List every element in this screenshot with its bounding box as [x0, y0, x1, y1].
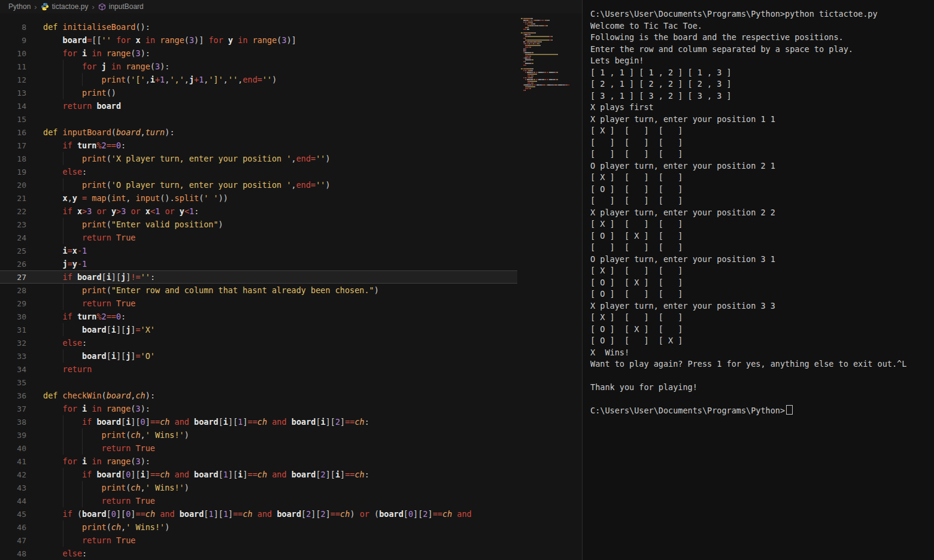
minimap-line [521, 32, 580, 34]
line-number: 41 [0, 455, 43, 468]
code-text: print('X player turn, enter your positio… [43, 154, 330, 163]
code-line[interactable]: 13print() [0, 86, 517, 99]
code-line[interactable]: 23print("Enter valid position") [0, 218, 517, 231]
breadcrumb-item-folder[interactable]: Python [8, 2, 31, 11]
minimap-line [521, 18, 580, 19]
line-number: 16 [0, 126, 43, 139]
minimap[interactable] [517, 13, 582, 560]
code-line[interactable]: 31board[i][j]='X' [0, 323, 517, 336]
code-line[interactable]: 38if board[i][0]==ch and board[i][1]==ch… [0, 415, 517, 428]
code-text: for i in range(3): [43, 48, 150, 58]
line-number: 46 [0, 521, 43, 534]
minimap-line [521, 59, 580, 60]
line-number: 23 [0, 218, 43, 231]
line-number: 13 [0, 87, 43, 99]
code-line[interactable]: 44return True [0, 494, 517, 507]
code-line[interactable]: 30if turn%2==0: [0, 310, 517, 323]
code-line[interactable]: 43print(ch,' Wins!') [0, 481, 517, 494]
code-line[interactable]: 34return [0, 363, 517, 376]
code-line[interactable]: 19else: [0, 165, 517, 178]
minimap-line [521, 36, 580, 37]
code-text: print("Enter row and column that hasnt a… [43, 285, 379, 295]
line-number: 45 [0, 508, 43, 521]
code-line[interactable]: 22if x>3 or y>3 or x<1 or y<1: [0, 205, 517, 218]
python-file-icon [41, 2, 49, 11]
code-line[interactable]: 42if board[0][i]==ch and board[1][i]==ch… [0, 468, 517, 481]
minimap-line [521, 72, 580, 73]
terminal-line: C:\Users\User\Documents\Programs\Python>… [590, 8, 934, 20]
code-line[interactable]: 39print(ch,' Wins!') [0, 428, 517, 442]
code-line[interactable]: 8def initialiseBoard(): [0, 20, 517, 34]
terminal-line: [ O ] [ ] [ ] [590, 288, 934, 300]
code-line[interactable]: 10for i in range(3): [0, 47, 517, 60]
code-text: return True [43, 535, 135, 545]
code-line[interactable]: 12print('[',i+1,',',j+1,']','',end='') [0, 73, 517, 86]
code-line[interactable]: 21x,y = map(int, input().split(' ')) [0, 191, 517, 205]
terminal-line: X player turn, enter your position 2 2 [590, 207, 934, 219]
minimap-line [521, 22, 580, 23]
code-line[interactable]: 36def checkWin(board,ch): [0, 389, 517, 402]
code-line[interactable]: 16def inputBoard(board,turn): [0, 126, 517, 139]
code-text: if turn%2==0: [43, 312, 126, 321]
code-text: print('[',i+1,',',j+1,']','',end='') [43, 75, 277, 84]
code-line[interactable]: 27if board[i][j]!='': [0, 270, 517, 284]
code-line[interactable]: 35 [0, 376, 517, 389]
code-line[interactable]: 18print('X player turn, enter your posit… [0, 152, 517, 165]
code-line[interactable]: 29return True [0, 297, 517, 310]
minimap-line [521, 27, 580, 28]
code-line[interactable]: 46print(ch,' Wins!') [0, 521, 517, 534]
code-line[interactable]: 45if (board[0][0]==ch and board[1][1]==c… [0, 507, 517, 521]
code-line[interactable]: 47return True [0, 534, 517, 547]
minimap-line [521, 38, 580, 39]
code-line[interactable]: 17if turn%2==0: [0, 139, 517, 152]
code-line[interactable]: 32else: [0, 336, 517, 349]
code-line[interactable]: 41for i in range(3): [0, 455, 517, 468]
code-line[interactable]: 40return True [0, 442, 517, 455]
line-number: 9 [0, 34, 43, 47]
code-line[interactable]: 20print('O player turn, enter your posit… [0, 178, 517, 191]
minimap-line [521, 25, 580, 26]
terminal-panel[interactable]: C:\Users\User\Documents\Programs\Python>… [583, 0, 934, 560]
line-number: 26 [0, 258, 43, 270]
terminal-line: Enter the row and column separated by a … [590, 44, 934, 56]
code-line[interactable]: 24return True [0, 231, 517, 244]
code-line[interactable]: 48else: [0, 547, 517, 560]
code-text: board[i][j]='X' [43, 325, 155, 334]
minimap-line [521, 84, 580, 86]
code-line[interactable]: 14return board [0, 99, 517, 112]
line-number: 18 [0, 153, 43, 165]
code-text: x,y = map(int, input().split(' ')) [43, 193, 228, 203]
code-line[interactable]: 33board[i][j]='O' [0, 349, 517, 363]
code-line[interactable]: 26j=y-1 [0, 257, 517, 270]
code-editor[interactable]: 8def initialiseBoard():9board=[['' for x… [0, 13, 517, 560]
code-line[interactable]: 9board=[['' for x in range(3)] for y in … [0, 34, 517, 47]
line-number: 15 [0, 113, 43, 126]
line-number: 21 [0, 192, 43, 205]
line-number: 20 [0, 179, 43, 191]
line-number: 48 [0, 547, 43, 560]
minimap-line [521, 81, 580, 82]
line-number: 38 [0, 416, 43, 428]
line-number: 22 [0, 205, 43, 218]
minimap-line [521, 66, 580, 68]
terminal-cursor [786, 405, 793, 415]
terminal-line: [ X ] [ ] [ ] [590, 172, 934, 184]
code-text: if board[0][i]==ch and board[1][i]==ch a… [43, 470, 369, 479]
minimap-line [521, 88, 580, 89]
breadcrumb-item-file[interactable]: tictactoe.py [52, 2, 89, 11]
terminal-line: [ O ] [ ] [ X ] [590, 335, 934, 347]
code-text: i=x-1 [43, 246, 87, 255]
code-text: print(ch,' Wins!') [43, 522, 169, 532]
code-line[interactable]: 11for j in range(3): [0, 60, 517, 73]
line-number: 33 [0, 350, 43, 363]
chevron-right-icon: › [91, 2, 95, 11]
code-line[interactable]: 28print("Enter row and column that hasnt… [0, 284, 517, 297]
breadcrumb-item-symbol[interactable]: inputBoard [109, 2, 144, 11]
code-line[interactable]: 37for i in range(3): [0, 402, 517, 415]
code-text: j=y-1 [43, 259, 87, 269]
minimap-line [521, 29, 580, 30]
code-text: def checkWin(board,ch): [43, 391, 155, 400]
code-text: else: [43, 338, 87, 348]
code-line[interactable]: 15 [0, 112, 517, 126]
code-line[interactable]: 25i=x-1 [0, 244, 517, 257]
